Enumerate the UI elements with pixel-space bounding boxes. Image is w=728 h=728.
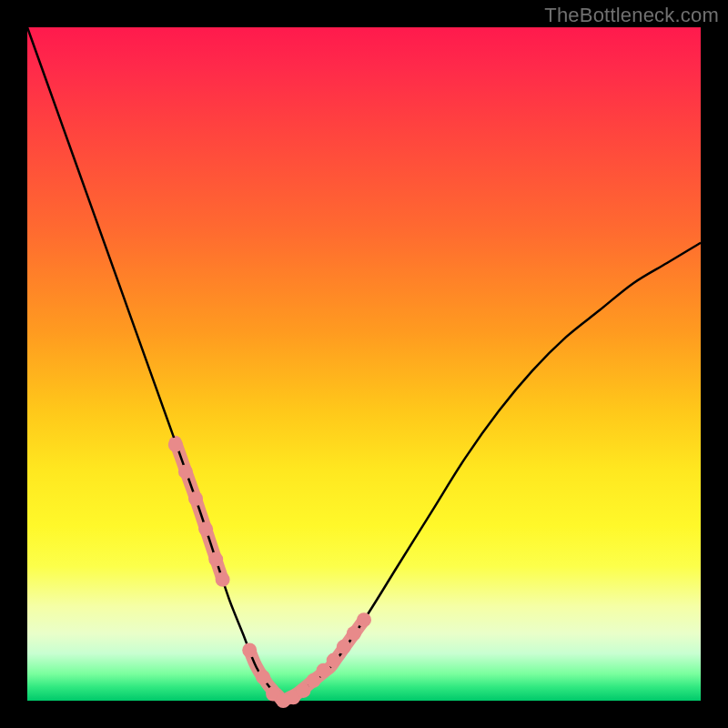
chart-svg	[27, 27, 701, 701]
chart-container: TheBottleneck.com	[0, 0, 728, 728]
highlight-dot-6	[242, 643, 257, 658]
highlight-dot-5	[216, 572, 230, 587]
dots-layer	[168, 438, 371, 708]
highlight-dot-15	[337, 640, 351, 654]
highlight-dot-4	[208, 552, 223, 567]
highlight-dot-3	[198, 521, 213, 536]
highlight-dot-17	[357, 612, 371, 627]
highlight-dot-7	[256, 670, 270, 684]
watermark-text: TheBottleneck.com	[544, 4, 719, 27]
highlight-dot-16	[347, 626, 361, 641]
bottleneck-curve	[27, 27, 701, 701]
highlight-dot-14	[327, 653, 341, 668]
plot-area	[27, 27, 701, 701]
curve-layer	[27, 27, 701, 701]
highlight-dot-2	[188, 491, 203, 506]
highlight-dot-0	[168, 438, 183, 452]
highlight-dot-1	[178, 464, 193, 479]
